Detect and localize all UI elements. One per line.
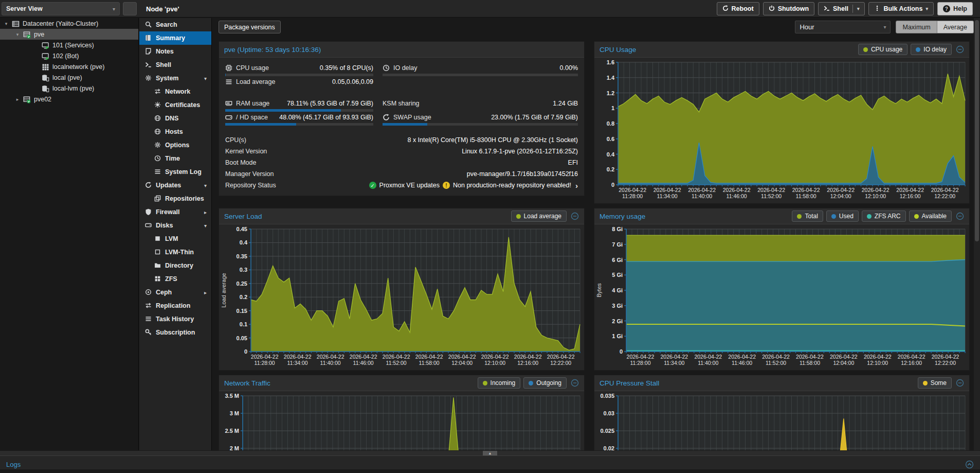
menu-item[interactable]: DNS: [139, 112, 211, 125]
menu-item[interactable]: Shell: [139, 58, 211, 72]
status-row-icon: [225, 114, 233, 121]
menu-item[interactable]: Replication: [139, 299, 211, 312]
svg-text:11:34:00: 11:34:00: [664, 360, 684, 366]
expand-logs-icon[interactable]: [965, 460, 974, 469]
menu-item[interactable]: Firewall: [139, 205, 211, 219]
tree-expander-icon[interactable]: [14, 97, 21, 102]
menu-item[interactable]: Disks: [139, 219, 211, 232]
menu-item[interactable]: Time: [139, 152, 211, 165]
menu-item[interactable]: System Log: [139, 165, 211, 179]
menu-item[interactable]: System: [139, 72, 211, 85]
logs-bar: Logs: [0, 456, 980, 473]
status-row-value: 48.08% (45.17 GiB of 93.93 GiB): [279, 114, 373, 121]
memory-usage-panel: Memory usage Total Used: [594, 208, 970, 371]
collapse-panel-icon[interactable]: [956, 212, 964, 220]
status-row-label: SWAP usage: [393, 114, 431, 121]
package-versions-button[interactable]: Package versions: [219, 21, 281, 33]
svg-text:2026-04-22: 2026-04-22: [415, 354, 443, 360]
legend-dot: [916, 47, 920, 52]
menu-item-label: Certificates: [165, 101, 200, 109]
menu-item[interactable]: Ceph: [139, 286, 211, 299]
help-icon: ?: [943, 5, 950, 12]
legend-chip[interactable]: ZFS ARC: [862, 211, 906, 222]
collapse-panel-icon[interactable]: [956, 379, 964, 387]
average-button[interactable]: Average: [937, 21, 974, 33]
legend-chip[interactable]: Available: [909, 211, 952, 222]
tree-expander-icon[interactable]: [14, 32, 21, 37]
tree-item[interactable]: localnetwork (pve): [0, 61, 138, 72]
maximum-button[interactable]: Maximum: [896, 21, 937, 33]
menu-item[interactable]: Subscription: [139, 326, 211, 339]
legend-chip[interactable]: Outgoing: [523, 377, 567, 389]
menu-item[interactable]: Updates: [139, 179, 211, 192]
logs-title[interactable]: Logs: [6, 461, 21, 468]
tree-item[interactable]: 101 (Services): [0, 40, 138, 50]
menu-item-icon: [154, 101, 161, 109]
tree-expander-icon[interactable]: [3, 21, 9, 26]
menu-item[interactable]: Search: [139, 18, 211, 31]
tree-item[interactable]: Datacenter (Yaiito-Cluster): [0, 18, 138, 29]
collapse-panel-icon[interactable]: [571, 379, 579, 387]
menu-expand-icon[interactable]: [204, 223, 207, 229]
tree-item[interactable]: 102 (Bot): [0, 50, 138, 61]
menu-item-icon: [154, 275, 161, 283]
cpu-usage-title: CPU Usage: [600, 46, 636, 54]
scrollbar-thumb[interactable]: [975, 20, 979, 241]
menu-item[interactable]: Directory: [139, 259, 211, 272]
chevron-down-icon[interactable]: ▾: [857, 6, 860, 11]
svg-text:2026-04-22: 2026-04-22: [723, 187, 751, 193]
menu-item[interactable]: ZFS: [139, 272, 211, 286]
legend-chip[interactable]: Used: [826, 211, 859, 222]
bulk-actions-button[interactable]: Bulk Actions ▾: [868, 2, 933, 15]
menu-expand-icon[interactable]: [204, 209, 207, 215]
menu-item[interactable]: LVM-Thin: [139, 246, 211, 259]
logs-splitter[interactable]: ▲: [0, 450, 980, 456]
tree-item-icon: [42, 42, 50, 49]
tree-item[interactable]: local (pve): [0, 72, 138, 83]
svg-text:2026-04-22: 2026-04-22: [660, 354, 688, 360]
tree-item[interactable]: pve02: [0, 94, 138, 104]
menu-item[interactable]: Hosts: [139, 125, 211, 138]
tree-item[interactable]: local-lvm (pve): [0, 83, 138, 94]
menu-item-label: Ceph: [156, 289, 172, 296]
svg-text:11:46:00: 11:46:00: [732, 360, 752, 366]
menu-item-label: Updates: [156, 182, 181, 189]
shell-button[interactable]: Shell ▾: [818, 2, 865, 15]
chevron-down-icon: ▾: [925, 6, 928, 11]
menu-item[interactable]: Options: [139, 138, 211, 152]
menu-expand-icon[interactable]: [204, 183, 207, 188]
menu-item[interactable]: Task History: [139, 312, 211, 326]
legend-chip[interactable]: IO delay: [911, 44, 952, 55]
dots-vertical-icon: [874, 5, 880, 13]
menu-item[interactable]: Summary: [139, 31, 211, 45]
legend-chip[interactable]: CPU usage: [858, 44, 908, 55]
gear-button[interactable]: [123, 2, 137, 15]
collapse-panel-icon[interactable]: [571, 212, 579, 220]
menu-item[interactable]: Certificates: [139, 98, 211, 112]
menu-expand-icon[interactable]: [204, 76, 207, 81]
help-button[interactable]: ? Help: [937, 2, 973, 15]
svg-text:7 Gi: 7 Gi: [612, 241, 623, 248]
menu-item-label: Subscription: [156, 329, 195, 336]
menu-item-icon: [145, 302, 152, 309]
legend-chip[interactable]: Load average: [511, 211, 567, 222]
time-range-select[interactable]: Hour ▾: [795, 21, 891, 33]
reboot-button[interactable]: Reboot: [717, 2, 759, 15]
progress-bar: [383, 74, 578, 76]
legend-chip[interactable]: Incoming: [478, 377, 521, 389]
legend-chip[interactable]: Some: [918, 377, 952, 389]
status-row-icon: [225, 100, 233, 107]
progress-bar: [225, 109, 373, 112]
menu-item[interactable]: LVM: [139, 232, 211, 246]
chevron-right-icon[interactable]: ›: [575, 181, 578, 190]
collapse-panel-icon[interactable]: [956, 45, 964, 54]
vertical-scrollbar[interactable]: [974, 18, 980, 450]
legend-chip[interactable]: Total: [792, 211, 823, 222]
menu-expand-icon[interactable]: [204, 290, 207, 295]
menu-item[interactable]: Notes: [139, 45, 211, 58]
menu-item[interactable]: Repositories: [139, 192, 211, 205]
shutdown-button[interactable]: Shutdown: [763, 2, 814, 15]
server-view-select[interactable]: Server View ▾: [2, 2, 120, 15]
menu-item[interactable]: Network: [139, 85, 211, 98]
tree-item[interactable]: pve: [0, 29, 138, 40]
